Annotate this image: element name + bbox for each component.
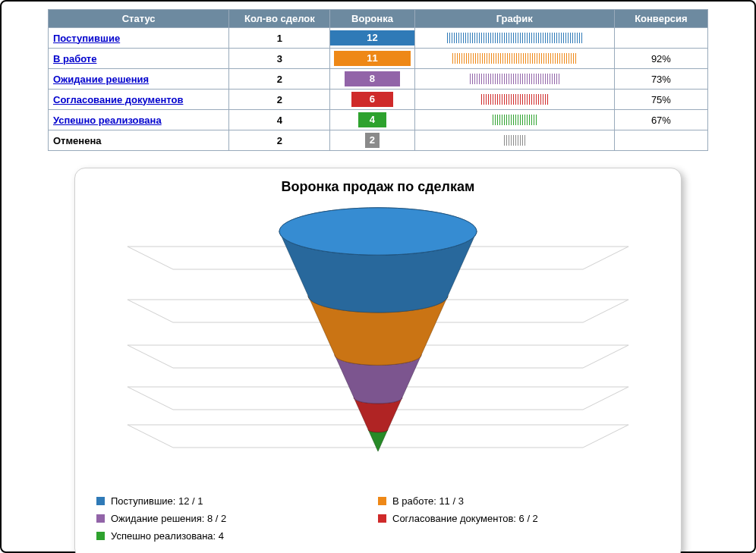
table-row: Поступившие112	[49, 28, 708, 49]
legend-swatch	[96, 514, 105, 523]
barcode-cell	[414, 49, 614, 69]
barcode-cell	[414, 90, 614, 110]
legend-label: В работе: 11 / 3	[392, 495, 464, 507]
col-header-status: Статус	[49, 10, 229, 28]
funnel-bar-waiting: 8	[345, 71, 400, 86]
status-text-cancelled: Отменена	[49, 130, 229, 151]
barcode-docs	[480, 93, 549, 105]
conversion-cell	[614, 130, 707, 151]
count-cell: 2	[229, 69, 330, 90]
legend-item: Согласование документов: 6 / 2	[378, 510, 660, 527]
funnel-cell: 4	[330, 110, 414, 130]
legend-item: В работе: 11 / 3	[378, 492, 660, 510]
chart-title: Воронка продаж по сделкам	[96, 179, 660, 195]
legend-label: Ожидание решения: 8 / 2	[111, 513, 226, 524]
funnel-cell: 11	[330, 49, 414, 69]
col-header-conversion: Конверсия	[614, 10, 707, 28]
conversion-cell: 67%	[614, 110, 707, 130]
conversion-cell: 75%	[614, 90, 707, 110]
legend-swatch	[96, 532, 105, 540]
legend-item: Успешно реализована: 4	[96, 527, 378, 545]
funnel-table: Статус Кол-во сделок Воронка График Конв…	[48, 9, 708, 151]
funnel-cell: 6	[330, 90, 414, 110]
table-row: Успешно реализована4467%	[49, 110, 708, 130]
status-link-inwork[interactable]: В работе	[53, 53, 96, 64]
col-header-chart: График	[414, 10, 614, 28]
funnel-bar-incoming: 12	[330, 30, 414, 46]
svg-point-5	[279, 208, 477, 255]
count-cell: 4	[229, 110, 330, 130]
table-row: Согласование документов2675%	[49, 90, 708, 110]
chart-legend: Поступившие: 12 / 1В работе: 11 / 3Ожида…	[96, 492, 660, 545]
legend-label: Согласование документов: 6 / 2	[392, 513, 538, 524]
barcode-inwork	[452, 52, 577, 64]
funnel-cell: 12	[330, 28, 414, 49]
legend-label: Поступившие: 12 / 1	[111, 495, 203, 507]
barcode-incoming	[446, 32, 583, 44]
count-cell: 2	[229, 130, 330, 151]
col-header-count: Кол-во сделок	[229, 10, 330, 28]
col-header-funnel: Воронка	[330, 10, 414, 28]
table-row: Отменена22	[49, 130, 708, 151]
legend-swatch	[378, 514, 386, 523]
conversion-cell: 92%	[614, 49, 707, 69]
legend-item: Ожидание решения: 8 / 2	[96, 510, 378, 527]
funnel-svg	[96, 201, 660, 482]
funnel-chart	[96, 201, 660, 482]
conversion-cell	[614, 28, 707, 49]
status-link-docs[interactable]: Согласование документов	[53, 94, 183, 105]
table-row: В работе31192%	[49, 49, 708, 69]
legend-swatch	[96, 497, 105, 505]
table-row: Ожидание решения2873%	[49, 69, 708, 90]
funnel-cell: 2	[330, 130, 414, 151]
table-header-row: Статус Кол-во сделок Воронка График Конв…	[49, 10, 708, 28]
count-cell: 2	[229, 90, 330, 110]
funnel-bar-success: 4	[358, 112, 386, 127]
barcode-cancelled	[503, 134, 526, 146]
legend-label: Успешно реализована: 4	[111, 530, 224, 542]
status-link-incoming[interactable]: Поступившие	[53, 33, 120, 44]
barcode-cell	[414, 28, 614, 49]
barcode-cell	[414, 69, 614, 90]
legend-item: Поступившие: 12 / 1	[96, 492, 378, 510]
legend-swatch	[378, 497, 386, 505]
status-link-waiting[interactable]: Ожидание решения	[53, 74, 149, 85]
barcode-cell	[414, 110, 614, 130]
chart-panel: Воронка продаж по сделкам Поступившие: 1…	[74, 168, 682, 553]
count-cell: 1	[229, 28, 330, 49]
funnel-bar-cancelled: 2	[365, 133, 379, 148]
funnel-bar-inwork: 11	[334, 51, 411, 66]
barcode-waiting	[469, 73, 560, 85]
funnel-cell: 8	[330, 69, 414, 90]
status-link-success[interactable]: Успешно реализована	[53, 115, 162, 126]
count-cell: 3	[229, 49, 330, 69]
barcode-cell	[414, 130, 614, 151]
barcode-success	[492, 114, 537, 126]
conversion-cell: 73%	[614, 69, 707, 90]
funnel-bar-docs: 6	[351, 92, 393, 107]
